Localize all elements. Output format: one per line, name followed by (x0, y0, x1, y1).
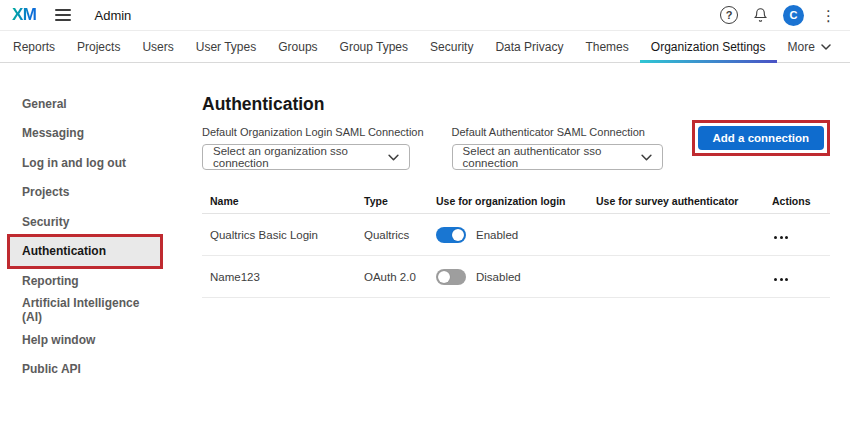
org-login-toggle-label: Disabled (476, 271, 521, 283)
add-connection-button[interactable]: Add a connection (698, 126, 824, 150)
table-row: Name123 OAuth 2.0 Disabled (202, 256, 830, 298)
row-actions-cell (770, 229, 830, 241)
page-body: General Messaging Log in and log out Pro… (0, 63, 850, 384)
org-login-saml-field: Default Organization Login SAML Connecti… (202, 126, 424, 170)
connection-name: Name123 (202, 271, 362, 283)
tab-projects[interactable]: Projects (66, 31, 131, 62)
sidebar-item-authentication[interactable]: Authentication (10, 237, 160, 267)
tab-organization-settings[interactable]: Organization Settings (640, 31, 777, 62)
tab-reports[interactable]: Reports (2, 31, 66, 62)
admin-app-window: XM Admin ? C ⋮ Reports Projects Users Us… (0, 0, 850, 423)
tab-more[interactable]: More (777, 31, 842, 62)
connections-table: Name Type Use for organization login Use… (202, 188, 830, 298)
connection-type: Qualtrics (362, 229, 434, 241)
org-login-toggle-label: Enabled (476, 229, 518, 241)
sidebar-item-security[interactable]: Security (10, 207, 160, 237)
org-login-saml-select[interactable]: Select an organization sso connection (202, 144, 410, 170)
authenticator-saml-select-value: Select an authenticator sso connection (463, 145, 641, 169)
page-title-admin: Admin (95, 8, 132, 23)
tab-security[interactable]: Security (419, 31, 484, 62)
connection-type: OAuth 2.0 (362, 271, 434, 283)
tab-themes[interactable]: Themes (574, 31, 639, 62)
tab-more-label: More (788, 40, 815, 54)
row-actions-cell (770, 271, 830, 283)
xm-logo: XM (12, 5, 37, 25)
sidebar-item-help-window[interactable]: Help window (10, 325, 160, 355)
connection-name: Qualtrics Basic Login (202, 229, 362, 241)
row-actions-ellipsis-icon[interactable] (772, 236, 788, 239)
sidebar-item-public-api[interactable]: Public API (10, 355, 160, 385)
settings-sidebar: General Messaging Log in and log out Pro… (0, 63, 202, 384)
col-header-org-login: Use for organization login (434, 195, 594, 207)
row-actions-ellipsis-icon[interactable] (772, 278, 788, 281)
authenticator-saml-field: Default Authenticator SAML Connection Se… (452, 126, 663, 170)
annotation-highlight-box: Add a connection (692, 120, 830, 156)
overflow-kebab-icon[interactable]: ⋮ (819, 8, 838, 23)
org-login-saml-label: Default Organization Login SAML Connecti… (202, 126, 424, 138)
authenticator-saml-label: Default Authenticator SAML Connection (452, 126, 663, 138)
authenticator-saml-select[interactable]: Select an authenticator sso connection (452, 144, 663, 170)
tab-user-types[interactable]: User Types (185, 31, 267, 62)
org-login-toggle[interactable] (436, 227, 466, 243)
tab-data-privacy[interactable]: Data Privacy (484, 31, 574, 62)
table-header-row: Name Type Use for organization login Use… (202, 188, 830, 214)
tab-groups[interactable]: Groups (267, 31, 328, 62)
org-login-saml-select-value: Select an organization sso connection (213, 145, 388, 169)
tab-users[interactable]: Users (131, 31, 184, 62)
help-icon[interactable]: ? (720, 6, 738, 24)
org-login-toggle[interactable] (436, 269, 466, 285)
col-header-type: Type (362, 195, 434, 207)
tab-group-types[interactable]: Group Types (329, 31, 419, 62)
notifications-bell-icon[interactable] (753, 7, 768, 23)
sidebar-item-log-in-and-log-out[interactable]: Log in and log out (10, 148, 160, 178)
chevron-down-icon (388, 151, 399, 163)
col-header-name: Name (202, 195, 362, 207)
admin-nav-tabs: Reports Projects Users User Types Groups… (0, 31, 850, 63)
top-bar: XM Admin ? C ⋮ (0, 0, 850, 31)
sidebar-item-messaging[interactable]: Messaging (10, 119, 160, 149)
user-avatar[interactable]: C (783, 5, 804, 26)
hamburger-menu-icon[interactable] (55, 9, 71, 21)
org-login-toggle-cell: Enabled (434, 227, 594, 243)
chevron-down-icon (641, 151, 652, 163)
topbar-actions: ? C ⋮ (720, 5, 838, 26)
sidebar-item-general[interactable]: General (10, 89, 160, 119)
org-login-toggle-cell: Disabled (434, 269, 594, 285)
chevron-down-icon (821, 44, 831, 50)
col-header-survey-authenticator: Use for survey authenticator (594, 195, 770, 207)
table-row: Qualtrics Basic Login Qualtrics Enabled (202, 214, 830, 256)
authentication-panel: Authentication Add a connection Default … (202, 63, 830, 298)
section-title: Authentication (202, 94, 830, 115)
sidebar-item-artificial-intelligence[interactable]: Artificial Intelligence (AI) (10, 296, 160, 326)
col-header-actions: Actions (770, 195, 830, 207)
sidebar-item-reporting[interactable]: Reporting (10, 266, 160, 296)
sidebar-item-projects[interactable]: Projects (10, 178, 160, 208)
